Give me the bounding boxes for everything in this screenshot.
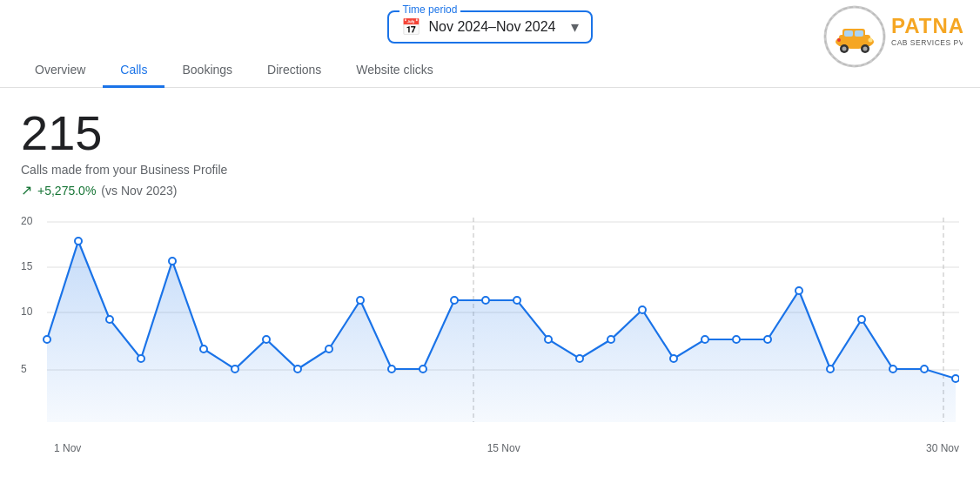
svg-point-43 <box>576 355 583 362</box>
svg-point-50 <box>795 287 802 294</box>
x-label-30nov: 30 Nov <box>926 442 959 454</box>
stats-area: 215 Calls made from your Business Profil… <box>0 88 980 209</box>
svg-point-38 <box>420 366 426 373</box>
tab-directions[interactable]: Directions <box>250 54 339 88</box>
chevron-down-icon: ▾ <box>571 17 579 37</box>
svg-point-46 <box>670 355 677 362</box>
svg-point-41 <box>513 297 520 304</box>
svg-text:PATNA: PATNA <box>891 14 963 37</box>
svg-rect-4 <box>844 30 853 37</box>
time-period-value: Nov 2024–Nov 2024 <box>429 19 556 35</box>
svg-point-7 <box>842 47 847 51</box>
svg-point-54 <box>921 366 928 373</box>
svg-point-9 <box>863 47 868 51</box>
tab-bookings[interactable]: Bookings <box>164 54 250 88</box>
svg-point-40 <box>482 297 489 304</box>
trend-up-icon: ↗ <box>21 182 32 198</box>
svg-point-34 <box>294 366 301 373</box>
svg-point-51 <box>827 366 834 373</box>
svg-point-53 <box>889 366 896 373</box>
svg-point-30 <box>169 258 176 265</box>
svg-point-29 <box>138 355 144 362</box>
svg-text:10: 10 <box>21 305 33 318</box>
svg-text:15: 15 <box>21 260 33 272</box>
svg-point-47 <box>701 336 708 343</box>
header: Time period 📅 Nov 2024–Nov 2024 ▾ <box>0 0 980 54</box>
svg-point-52 <box>858 316 865 323</box>
tab-calls[interactable]: Calls <box>103 54 164 88</box>
chart-container: 20 15 10 5 <box>0 209 980 472</box>
svg-point-49 <box>764 336 771 343</box>
svg-point-26 <box>44 336 50 343</box>
svg-point-45 <box>639 306 646 313</box>
calendar-icon: 📅 <box>401 17 420 37</box>
svg-point-27 <box>75 238 82 245</box>
svg-point-33 <box>263 336 270 343</box>
svg-text:CAB SERVICES PVT LTD: CAB SERVICES PVT LTD <box>891 38 963 47</box>
svg-marker-25 <box>47 241 956 422</box>
svg-point-36 <box>357 297 364 304</box>
stat-label: Calls made from your Business Profile <box>21 163 959 177</box>
svg-point-28 <box>106 316 113 323</box>
svg-point-48 <box>733 336 740 343</box>
svg-point-42 <box>545 336 552 343</box>
svg-point-44 <box>607 336 614 343</box>
x-label-15nov: 15 Nov <box>487 442 520 454</box>
svg-text:20: 20 <box>21 215 33 227</box>
svg-point-31 <box>200 346 207 352</box>
svg-point-35 <box>326 346 332 352</box>
time-period-label: Time period <box>399 3 461 16</box>
stat-change-pct: +5,275.0% <box>37 184 96 198</box>
x-label-1nov: 1 Nov <box>54 442 81 454</box>
svg-point-55 <box>952 375 959 382</box>
svg-point-39 <box>451 297 458 304</box>
stat-change: ↗ +5,275.0% (vs Nov 2023) <box>21 182 959 198</box>
logo-area: PATNA CAB SERVICES PVT LTD <box>823 5 963 71</box>
stat-number: 215 <box>21 109 959 158</box>
tab-website-clicks[interactable]: Website clicks <box>339 54 450 88</box>
svg-rect-5 <box>855 30 863 37</box>
line-chart: 20 15 10 5 <box>21 209 959 435</box>
svg-text:5: 5 <box>21 363 27 375</box>
svg-point-11 <box>837 38 841 42</box>
svg-point-32 <box>232 366 238 373</box>
time-period-selector[interactable]: Time period 📅 Nov 2024–Nov 2024 ▾ <box>387 10 594 44</box>
tab-overview[interactable]: Overview <box>17 54 103 88</box>
svg-point-10 <box>869 38 873 43</box>
svg-point-37 <box>388 366 395 373</box>
x-axis-labels: 1 Nov 15 Nov 30 Nov <box>21 439 959 454</box>
stat-change-vs: (vs Nov 2023) <box>101 184 177 198</box>
